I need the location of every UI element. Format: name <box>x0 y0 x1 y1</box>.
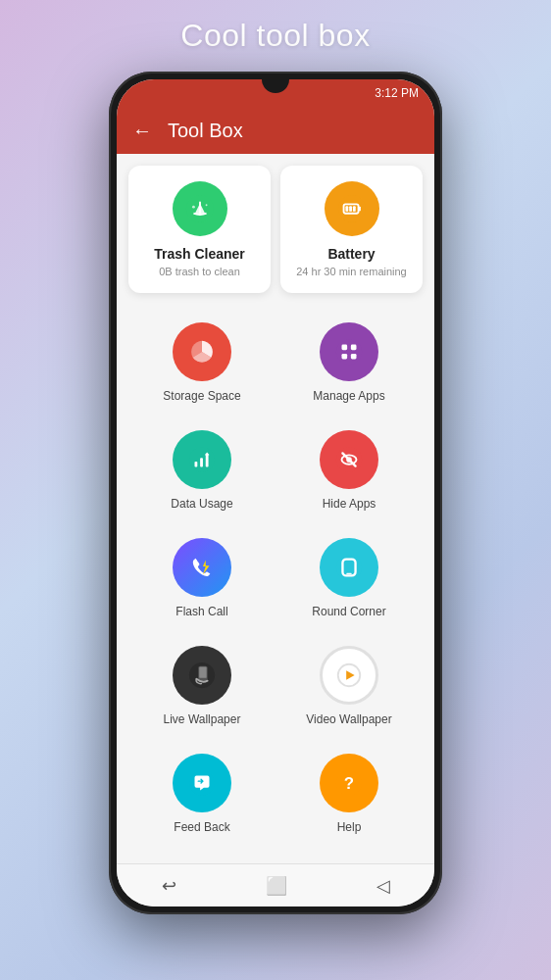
svg-point-2 <box>192 206 195 209</box>
battery-subtitle: 24 hr 30 min remaining <box>296 266 407 277</box>
svg-text:?: ? <box>344 774 354 793</box>
video-wallpaper-label: Video Wallpaper <box>306 712 391 726</box>
feed-back-label: Feed Back <box>174 820 229 834</box>
trash-cleaner-card[interactable]: Trash Cleaner 0B trash to clean <box>128 166 271 293</box>
help-icon: ? <box>320 754 378 812</box>
round-corner-icon <box>320 538 378 597</box>
phone-frame: 3:12 PM ← Tool Box <box>109 72 442 914</box>
svg-rect-19 <box>206 454 209 466</box>
svg-rect-6 <box>358 207 360 212</box>
svg-rect-9 <box>352 206 355 212</box>
round-corner-item[interactable]: Round Corner <box>276 524 423 632</box>
svg-rect-27 <box>346 573 352 574</box>
data-usage-item[interactable]: Data Usage <box>128 416 276 524</box>
manage-apps-icon <box>320 322 378 381</box>
svg-rect-8 <box>349 206 352 212</box>
manage-apps-label: Manage Apps <box>313 389 384 403</box>
svg-rect-7 <box>345 206 348 212</box>
flash-call-item[interactable]: Flash Call <box>128 524 276 632</box>
help-item[interactable]: ? Help <box>276 740 423 848</box>
hide-apps-item[interactable]: Hide Apps <box>276 416 423 524</box>
status-bar: 3:12 PM <box>117 79 434 107</box>
phone-screen: 3:12 PM ← Tool Box <box>117 79 434 906</box>
feed-back-icon <box>173 754 231 812</box>
notch <box>262 79 289 93</box>
trash-cleaner-subtitle: 0B trash to clean <box>159 266 240 277</box>
hide-apps-icon <box>320 430 378 489</box>
svg-rect-18 <box>200 458 203 466</box>
tools-grid: Storage Space Manage App <box>128 309 423 848</box>
nav-recent-button[interactable]: ◁ <box>376 875 390 897</box>
nav-home-button[interactable]: ⬜ <box>266 875 287 897</box>
page-title: Cool tool box <box>180 18 370 54</box>
svg-rect-12 <box>342 345 348 351</box>
data-usage-icon <box>173 430 231 489</box>
storage-space-item[interactable]: Storage Space <box>128 309 276 416</box>
trash-cleaner-icon <box>173 181 227 236</box>
nav-back-button[interactable]: ↩ <box>162 875 176 897</box>
svg-rect-14 <box>342 354 348 360</box>
trash-cleaner-title: Trash Cleaner <box>154 246 245 262</box>
content-area: Trash Cleaner 0B trash to clean <box>117 154 434 863</box>
battery-card[interactable]: Battery 24 hr 30 min remaining <box>280 166 423 293</box>
storage-space-icon <box>173 322 231 381</box>
data-usage-label: Data Usage <box>171 497 232 511</box>
flash-call-icon <box>173 538 231 597</box>
app-bar: ← Tool Box <box>117 107 434 154</box>
manage-apps-item[interactable]: Manage Apps <box>276 309 423 416</box>
video-wallpaper-item[interactable]: Video Wallpaper <box>276 632 423 740</box>
svg-point-11 <box>336 339 362 365</box>
live-wallpaper-label: Live Wallpaper <box>164 712 241 726</box>
svg-rect-30 <box>199 667 207 678</box>
battery-title: Battery <box>327 246 375 262</box>
live-wallpaper-icon <box>173 646 231 705</box>
svg-marker-32 <box>346 670 354 679</box>
help-label: Help <box>337 820 362 834</box>
video-wallpaper-icon <box>320 646 378 705</box>
svg-rect-1 <box>199 202 201 215</box>
feed-back-item[interactable]: Feed Back <box>128 740 276 848</box>
live-wallpaper-item[interactable]: Live Wallpaper <box>128 632 276 740</box>
hide-apps-label: Hide Apps <box>323 497 376 511</box>
svg-rect-17 <box>195 462 198 467</box>
status-time: 3:12 PM <box>375 86 419 100</box>
battery-icon <box>325 181 379 236</box>
nav-bar: ↩ ⬜ ◁ <box>117 863 434 906</box>
svg-rect-15 <box>351 354 357 360</box>
app-bar-title: Tool Box <box>168 120 243 142</box>
round-corner-label: Round Corner <box>312 605 385 618</box>
back-button[interactable]: ← <box>132 120 152 142</box>
svg-point-24 <box>189 555 215 580</box>
storage-space-label: Storage Space <box>163 389 240 403</box>
svg-rect-13 <box>351 345 357 351</box>
svg-point-3 <box>205 204 207 206</box>
featured-cards-row: Trash Cleaner 0B trash to clean <box>128 166 423 293</box>
flash-call-label: Flash Call <box>175 605 227 618</box>
